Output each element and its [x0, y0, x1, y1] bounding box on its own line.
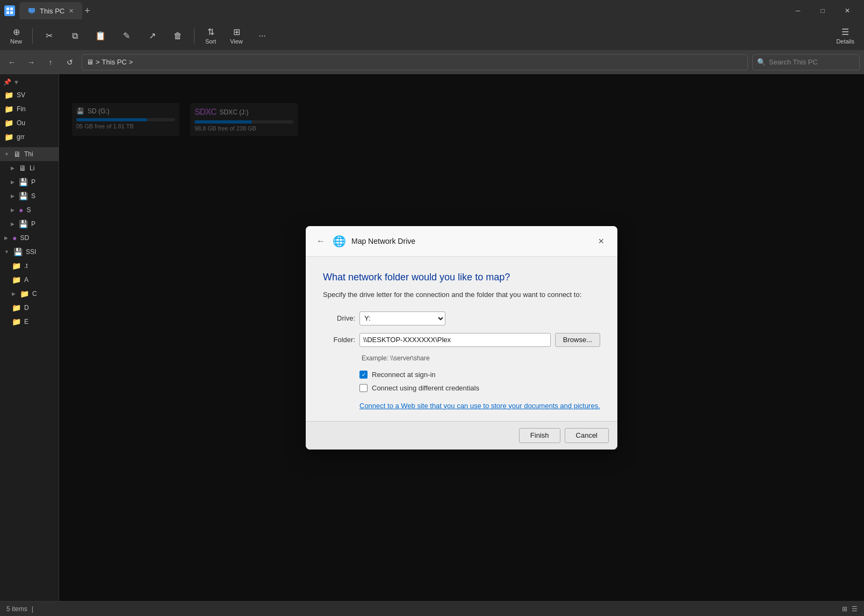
svg-rect-2: [6, 11, 9, 14]
back-button[interactable]: ←: [4, 55, 19, 70]
add-tab-button[interactable]: +: [84, 5, 90, 17]
sidebar-item-label: Li: [30, 164, 34, 172]
minimize-button[interactable]: ─: [786, 0, 810, 21]
webdav-link[interactable]: Connect to a Web site that you can use t…: [359, 402, 600, 410]
dialog-footer: Finish Cancel: [306, 421, 617, 450]
folder-icon: 📁: [12, 262, 21, 270]
sidebar-item-label: P: [31, 178, 35, 186]
folder-form-row: Folder: Browse...: [323, 333, 600, 347]
sidebar-item-label: SV: [17, 91, 25, 99]
rename-button[interactable]: ✎: [114, 24, 138, 48]
cut-icon: ✂: [46, 31, 53, 41]
search-placeholder: Search This PC: [769, 58, 818, 66]
tab-this-pc[interactable]: This PC ✕: [19, 2, 82, 19]
paste-button[interactable]: 📋: [89, 24, 112, 48]
sidebar-item-ssi[interactable]: ▼ 💾 SSI: [0, 245, 59, 259]
sidebar-item-label: .t: [24, 262, 28, 270]
expand-icon: ▶: [4, 235, 8, 241]
sidebar-item-this-pc[interactable]: ▼ 🖥 Thi: [0, 147, 59, 161]
view-icon: ⊞: [233, 27, 240, 37]
grid-view-icon[interactable]: ⊞: [842, 605, 847, 613]
sidebar-item-d[interactable]: 📁 D: [0, 301, 59, 315]
maximize-button[interactable]: □: [810, 0, 835, 21]
sidebar-item-ou[interactable]: 📁 Ou: [0, 116, 59, 130]
sidebar-item-label: SD: [20, 234, 29, 242]
diff-creds-checkbox[interactable]: [359, 384, 368, 392]
dialog-back-button[interactable]: ←: [314, 235, 327, 248]
view-button[interactable]: ⊞ View: [225, 24, 248, 48]
refresh-button[interactable]: ↺: [62, 55, 77, 70]
sidebar-item-a[interactable]: 📁 A: [0, 273, 59, 287]
list-view-icon[interactable]: ☰: [852, 605, 858, 613]
dialog-close-button[interactable]: ✕: [594, 234, 609, 249]
delete-button[interactable]: 🗑: [166, 24, 190, 48]
expand-icon: ▶: [12, 291, 16, 296]
folder-icon: 📁: [4, 105, 13, 113]
expand-icon: ▶: [11, 207, 15, 213]
diff-creds-checkbox-row: Connect using different credentials: [359, 384, 600, 392]
sidebar-item-c[interactable]: ▶ 📁 C: [0, 287, 59, 301]
reconnect-label[interactable]: Reconnect at sign-in: [372, 371, 436, 379]
folder-icon: 📁: [20, 289, 29, 298]
reconnect-checkbox[interactable]: ✓: [359, 371, 368, 379]
finish-button[interactable]: Finish: [519, 428, 560, 443]
close-button[interactable]: ✕: [835, 0, 860, 21]
breadcrumb-icon: 🖥: [87, 58, 93, 66]
items-count: 5 items: [6, 605, 27, 613]
svg-rect-4: [28, 8, 35, 12]
share-button[interactable]: ↗: [140, 24, 164, 48]
toolbar: ⊕ New ✂ ⧉ 📋 ✎ ↗ 🗑 ⇅ Sort ⊞ View ··· ☰ De…: [0, 21, 864, 50]
search-icon: 🔍: [757, 58, 766, 66]
more-button[interactable]: ···: [250, 24, 274, 48]
tab-close-button[interactable]: ✕: [69, 8, 74, 15]
tab-label: This PC: [40, 7, 64, 15]
folder-icon: 📁: [12, 317, 21, 326]
dialog-overlay: ← 🌐 Map Network Drive ✕ What network fol…: [59, 74, 864, 601]
toolbar-separator-2: [194, 28, 195, 44]
details-label: Details: [836, 38, 854, 45]
browse-button[interactable]: Browse...: [555, 333, 600, 347]
sidebar-item-label: Ou: [17, 119, 25, 127]
diff-creds-label[interactable]: Connect using different credentials: [372, 384, 479, 392]
up-button[interactable]: ↑: [43, 55, 58, 70]
sidebar-item-li[interactable]: ▶ 🖥 Li: [0, 161, 59, 175]
sidebar-item-s1[interactable]: ▶ 💾 S: [0, 189, 59, 203]
sidebar-item-e[interactable]: 📁 E: [0, 315, 59, 329]
drive-icon: 💾: [13, 248, 23, 256]
sidebar-item-fin[interactable]: 📁 Fin: [0, 102, 59, 116]
share-icon: ↗: [149, 31, 156, 41]
sidebar-item-s2[interactable]: ▶ ● S: [0, 203, 59, 217]
sort-button[interactable]: ⇅ Sort: [199, 24, 222, 48]
sidebar-item-p1[interactable]: ▶ 💾 P: [0, 175, 59, 189]
folder-icon: 📁: [12, 303, 21, 312]
sidebar-item-label: Thi: [24, 150, 33, 158]
rename-icon: ✎: [123, 31, 130, 41]
new-button[interactable]: ⊕ New: [4, 24, 28, 48]
drive-select[interactable]: Y:: [359, 311, 445, 325]
folder-icon: 📁: [4, 119, 13, 127]
this-pc-icon: [28, 7, 35, 15]
folder-input-row: Browse...: [359, 333, 600, 347]
breadcrumb[interactable]: 🖥 > This PC >: [82, 54, 748, 70]
sidebar-item-grr[interactable]: 📁 grr: [0, 130, 59, 144]
dialog-body: What network folder would you like to ma…: [306, 257, 617, 421]
copy-button[interactable]: ⧉: [63, 24, 87, 48]
search-box[interactable]: 🔍 Search This PC: [752, 54, 860, 70]
folder-input[interactable]: [359, 333, 551, 347]
sidebar-item-p2[interactable]: ▶ 💾 P: [0, 217, 59, 231]
details-button[interactable]: ☰ Details: [831, 24, 860, 48]
svg-rect-0: [6, 8, 9, 10]
pc-icon: 🖥: [19, 164, 26, 172]
map-network-drive-dialog: ← 🌐 Map Network Drive ✕ What network fol…: [306, 226, 617, 450]
svg-rect-1: [10, 8, 13, 10]
expand-icon: ▼: [4, 249, 9, 255]
sidebar-item-sv[interactable]: 📁 SV: [0, 88, 59, 102]
sidebar-item-sd[interactable]: ▶ ● SD: [0, 231, 59, 245]
forward-button[interactable]: →: [24, 55, 39, 70]
dialog-title: Map Network Drive: [351, 237, 415, 245]
cancel-button[interactable]: Cancel: [565, 428, 609, 443]
cut-button[interactable]: ✂: [37, 24, 61, 48]
breadcrumb-separator-1: >: [96, 58, 100, 66]
new-icon: ⊕: [13, 27, 20, 37]
sidebar-item-dot-t[interactable]: 📁 .t: [0, 259, 59, 273]
